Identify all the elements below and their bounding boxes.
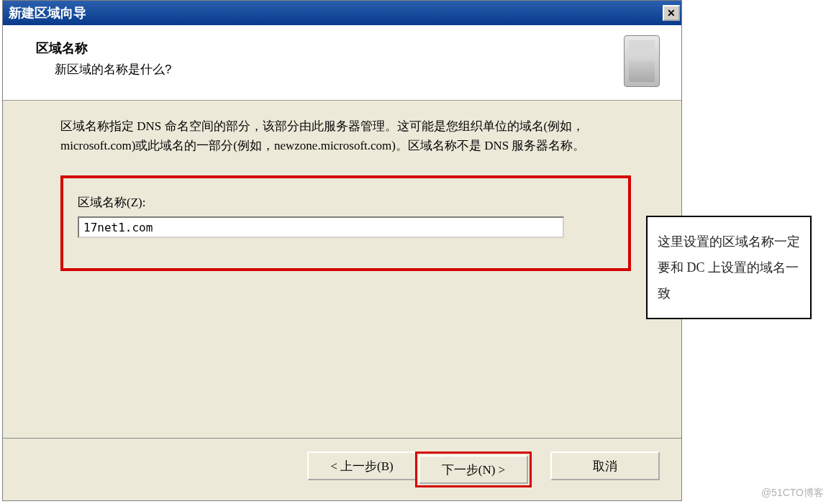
back-button[interactable]: < 上一步(B)	[307, 452, 417, 480]
window-title: 新建区域向导	[9, 4, 86, 22]
description-text: 区域名称指定 DNS 命名空间的部分，该部分由此服务器管理。这可能是您组织单位的…	[60, 116, 631, 155]
wizard-body: 区域名称指定 DNS 命名空间的部分，该部分由此服务器管理。这可能是您组织单位的…	[3, 101, 681, 438]
titlebar: 新建区域向导 ✕	[3, 1, 681, 25]
wizard-dialog: 新建区域向导 ✕ 区域名称 新区域的名称是什么? 区域名称指定 DNS 命名空间…	[2, 0, 682, 501]
watermark-text: @51CTO博客	[761, 487, 824, 500]
button-row: < 上一步(B) 下一步(N) > 取消	[3, 439, 681, 500]
page-title: 区域名称	[36, 40, 171, 57]
zone-name-label: 区域名称(Z):	[78, 194, 614, 211]
zone-name-input[interactable]	[78, 216, 564, 238]
next-button[interactable]: 下一步(N) >	[419, 455, 528, 484]
input-highlight-box: 区域名称(Z):	[60, 175, 631, 271]
server-icon	[624, 35, 667, 93]
close-button[interactable]: ✕	[663, 5, 680, 21]
page-subtitle: 新区域的名称是什么?	[55, 61, 171, 78]
wizard-header: 区域名称 新区域的名称是什么?	[3, 25, 681, 101]
next-highlight-box: 下一步(N) >	[415, 452, 532, 487]
header-text-block: 区域名称 新区域的名称是什么?	[36, 35, 171, 78]
annotation-callout: 这里设置的区域名称一定要和 DC 上设置的域名一致	[646, 216, 812, 319]
close-icon: ✕	[667, 7, 676, 19]
cancel-button[interactable]: 取消	[550, 452, 660, 480]
